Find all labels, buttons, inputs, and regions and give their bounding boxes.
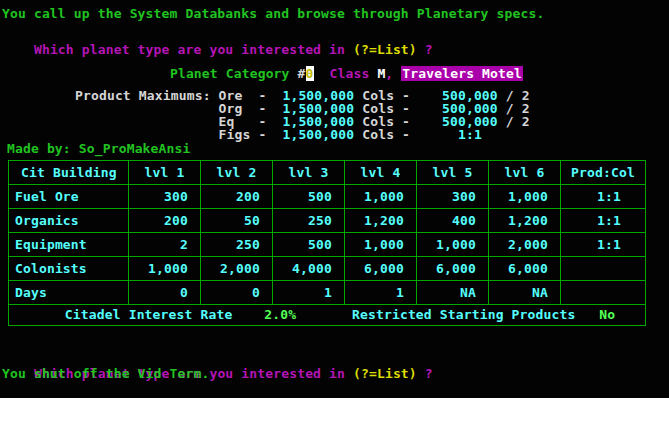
table-cell: 250 [201,233,273,257]
table-header-lvl1: lvl 1 [129,161,201,185]
table-cell: 0 [129,281,201,305]
made-by-line: Made by: So_ProMakeAnsi [7,142,190,155]
table-row-label: Colonists [9,257,129,281]
table-cell: 2,000 [489,233,561,257]
planet-spec-table: Cit Building lvl 1 lvl 2 lvl 3 lvl 4 lvl… [8,160,646,326]
table-header-lvl5: lvl 5 [417,161,489,185]
question-hint: (?=List) [353,366,417,381]
interest-rate-label: Citadel Interest Rate [65,308,233,321]
table-row-label: Equipment [9,233,129,257]
category-hash: # [298,66,306,81]
table-cell: NA [489,281,561,305]
table-cell: 500 [273,185,345,209]
table-row-label: Days [9,281,129,305]
terminal-screen: You call up the System Databanks and bro… [0,0,669,398]
table-cell: 1,000 [345,185,417,209]
table-cell: 1,000 [489,185,561,209]
table-cell: 200 [201,185,273,209]
table-cell: 1,200 [345,209,417,233]
table-cell: 300 [129,185,201,209]
table-header-lvl3: lvl 3 [273,161,345,185]
table-row-label: Fuel Ore [9,185,129,209]
table-cell: 250 [273,209,345,233]
table-cell: 50 [201,209,273,233]
table-cell [561,257,645,281]
category-number: 0 [306,66,314,81]
table-header-lvl4: lvl 4 [345,161,417,185]
table-cell: 6,000 [417,257,489,281]
table-cell: 6,000 [345,257,417,281]
table-header-lvl2: lvl 2 [201,161,273,185]
table-cell: 1,200 [489,209,561,233]
table-cell: 1 [273,281,345,305]
table-footer-row: Citadel Interest Rate 2.0% Restricted St… [9,305,645,324]
table-cell: 1:1 [561,209,645,233]
pm-row-figs: Figs - 1,500,000 Cols - 1:1 [75,128,530,141]
command-prompt-line: Computer command [TL=00:00:00]:[ ] (?=He… [2,390,425,398]
table-cell: 200 [129,209,201,233]
table-cell: 1:1 [561,185,645,209]
table-cell: 1,000 [417,233,489,257]
table-header-prodcol: Prod:Col [561,161,645,185]
table-cell: 1 [345,281,417,305]
product-maximums: Product Maximums: Ore - 1,500,000 Cols -… [75,89,530,141]
table-cell: 2,000 [201,257,273,281]
table-cell: 400 [417,209,489,233]
table-cell [561,281,645,305]
restricted-products-value: No [599,308,615,321]
table-cell: 1,000 [129,257,201,281]
category-label: Planet Category [170,66,298,81]
table-cell: 4,000 [273,257,345,281]
table-cell: 500 [273,233,345,257]
table-header-lvl6: lvl 6 [489,161,561,185]
class-label: Class [330,66,378,81]
table-row-label: Organics [9,209,129,233]
table-cell: 0 [201,281,273,305]
table-cell: 1:1 [561,233,645,257]
question-mark: ? [417,366,433,381]
table-cell: 1,000 [345,233,417,257]
table-cell: 6,000 [489,257,561,281]
table-header-cit-building: Cit Building [9,161,129,185]
table-cell: NA [417,281,489,305]
vid-term-off-line: You shut off the Vid Term. [2,367,209,380]
table-cell: 2 [129,233,201,257]
table-cell: 300 [417,185,489,209]
restricted-products-label: Restricted Starting Products [352,308,575,321]
intro-line: You call up the System Databanks and bro… [2,7,544,20]
planet-type-name: Travelers Motel [401,66,523,81]
interest-rate-value: 2.0% [264,308,296,321]
